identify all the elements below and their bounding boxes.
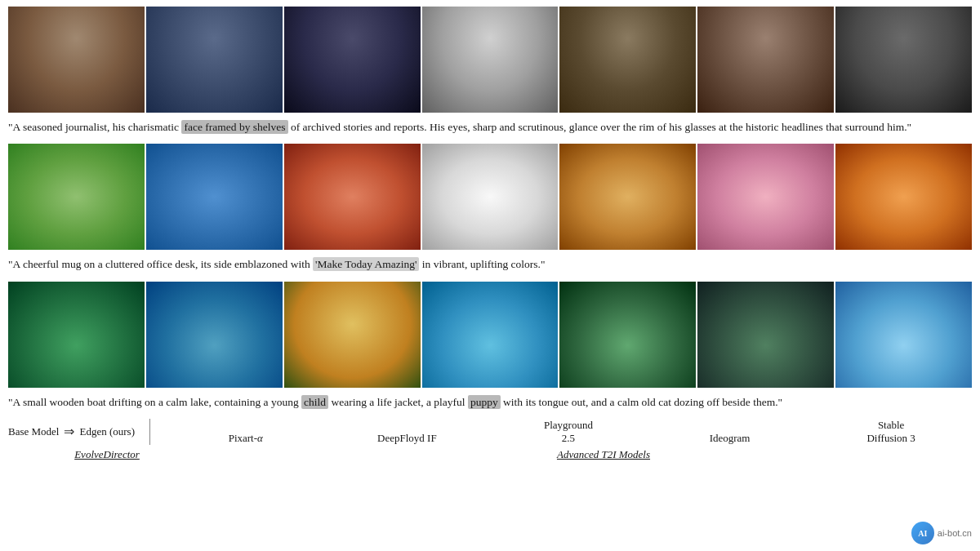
journalist-image-row [8,7,972,113]
boat-img-7 [835,282,972,388]
mug-caption: "A cheerful mug on a cluttered office de… [8,255,972,274]
stable-diffusion-model: StableDiffusion 3 [850,419,932,445]
evolvedirector-label: EvolveDirector [74,448,140,460]
pixart-model: Pixart-α [205,432,287,445]
mug-img-7 [835,144,972,250]
boat-img-3 [284,282,421,388]
boat-img-5 [559,282,696,388]
boat-img-1 [8,282,145,388]
edgen-label: Edgen (ours) [79,425,135,438]
footer-legend: Base Model ⇒ Edgen (ours) Pixart-α DeepF… [8,419,972,461]
deepfloyd-label: DeepFloyd IF [377,432,437,445]
ideogram-model: Ideogram [689,432,771,445]
journalist-img-7 [835,7,972,113]
journalist-img-5 [559,7,696,113]
mug-img-4 [422,144,559,250]
mug-img-6 [697,144,834,250]
watermark: AI ai-bot.cn [911,522,972,544]
arrow-icon: ⇒ [64,424,74,439]
boat-img-6 [697,282,834,388]
mug-caption-highlight: 'Make Today Amazing' [313,257,419,271]
boat-caption-puppy-highlight: puppy [468,395,501,409]
advanced-t2i-label: Advanced T2I Models [557,448,650,460]
journalist-img-6 [697,7,834,113]
journalist-img-4 [422,7,559,113]
mug-image-row [8,144,972,250]
main-container: "A seasoned journalist, his charismatic … [0,0,980,461]
watermark-text: ai-bot.cn [938,528,972,538]
deepfloyd-model: DeepFloyd IF [366,432,448,445]
ideogram-label: Ideogram [710,432,751,445]
journalist-caption-highlight: face framed by shelves [181,120,287,134]
watermark-logo: AI [911,522,934,544]
pixart-label: Pixart-α [229,432,263,445]
boat-img-2 [146,282,283,388]
boat-caption: "A small wooden boat drifting on a calm … [8,393,972,412]
base-model-label: Base Model [8,425,59,438]
journalist-img-1 [8,7,145,113]
playground-model: Playground2.5 [528,419,609,445]
mug-img-3 [284,144,421,250]
journalist-caption: "A seasoned journalist, his charismatic … [8,118,972,137]
playground-label: Playground2.5 [544,419,593,445]
journalist-img-3 [284,7,421,113]
boat-img-4 [422,282,559,388]
boat-caption-child-highlight: child [301,395,328,409]
boat-image-row [8,282,972,388]
mug-img-2 [146,144,283,250]
stable-diffusion-label: StableDiffusion 3 [866,419,915,445]
mug-img-5 [559,144,696,250]
mug-img-1 [8,144,145,250]
journalist-img-2 [146,7,283,113]
